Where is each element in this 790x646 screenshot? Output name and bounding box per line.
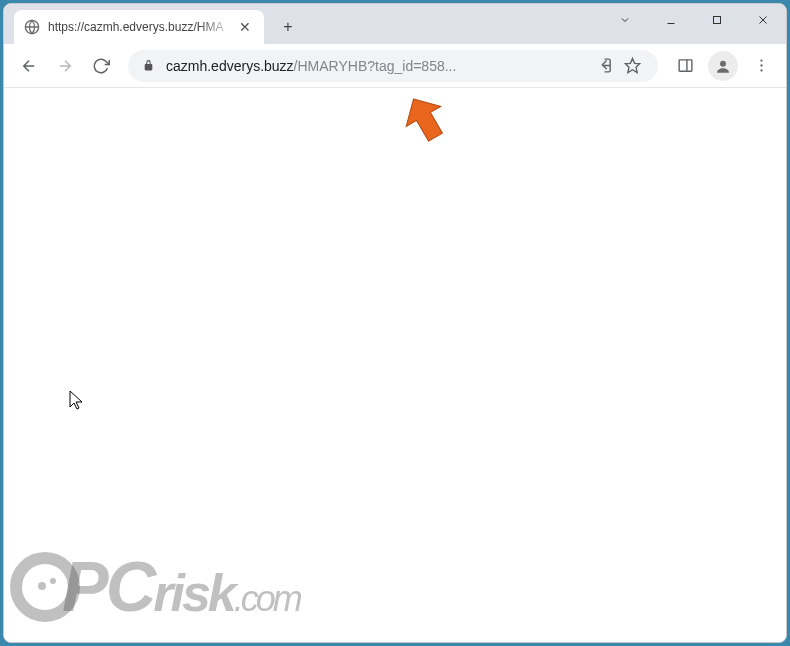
profile-avatar-icon[interactable]: [708, 51, 738, 81]
browser-tab[interactable]: https://cazmh.edverys.buzz/HMA ✕: [14, 10, 264, 44]
svg-point-10: [760, 64, 762, 66]
svg-point-11: [760, 69, 762, 71]
svg-point-9: [760, 59, 762, 61]
bookmark-star-icon[interactable]: [618, 52, 646, 80]
svg-point-8: [720, 60, 726, 66]
side-panel-icon[interactable]: [668, 49, 702, 83]
menu-dots-icon[interactable]: [744, 49, 778, 83]
window-controls: [602, 4, 786, 40]
url-text: cazmh.edverys.buzz/HMARYHB?tag_id=858...: [166, 58, 590, 74]
svg-rect-2: [714, 17, 721, 24]
page-content: PCrisk.com: [4, 88, 786, 642]
close-tab-icon[interactable]: ✕: [236, 18, 254, 36]
back-button[interactable]: [12, 49, 46, 83]
close-window-button[interactable]: [740, 4, 786, 36]
watermark-text: PCrisk.com: [62, 547, 300, 627]
title-bar: https://cazmh.edverys.buzz/HMA ✕ +: [4, 4, 786, 44]
watermark-logo: PCrisk.com: [10, 547, 300, 627]
toolbar: cazmh.edverys.buzz/HMARYHB?tag_id=858...: [4, 44, 786, 88]
minimize-button[interactable]: [648, 4, 694, 36]
url-path: /HMARYHB?tag_id=858...: [294, 58, 457, 74]
svg-rect-6: [679, 60, 692, 71]
mouse-cursor-icon: [69, 390, 85, 414]
forward-button[interactable]: [48, 49, 82, 83]
browser-window: https://cazmh.edverys.buzz/HMA ✕ +: [3, 3, 787, 643]
svg-marker-5: [625, 58, 639, 72]
tab-title: https://cazmh.edverys.buzz/HMA: [48, 20, 236, 34]
share-icon[interactable]: [590, 52, 618, 80]
new-tab-button[interactable]: +: [274, 13, 302, 41]
globe-icon: [24, 19, 40, 35]
chevron-down-icon[interactable]: [602, 4, 648, 36]
lock-icon[interactable]: [140, 58, 156, 74]
url-domain: cazmh.edverys.buzz: [166, 58, 294, 74]
reload-button[interactable]: [84, 49, 118, 83]
maximize-button[interactable]: [694, 4, 740, 36]
address-bar[interactable]: cazmh.edverys.buzz/HMARYHB?tag_id=858...: [128, 50, 658, 82]
